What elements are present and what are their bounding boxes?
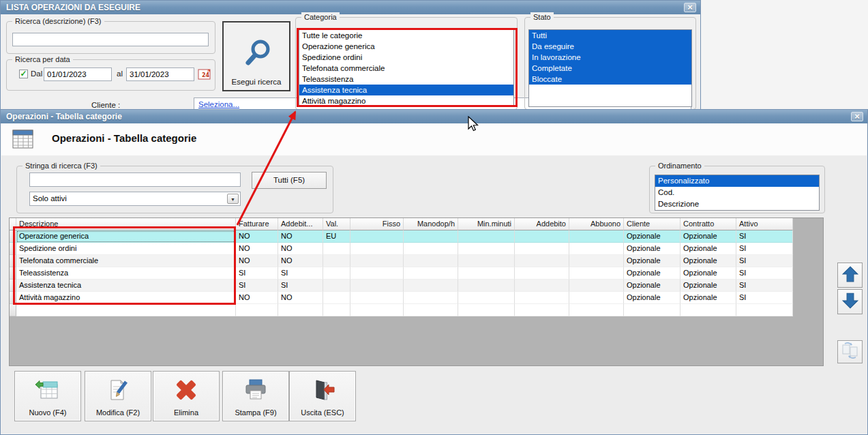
- move-up-button[interactable]: [837, 262, 863, 288]
- stato-listbox[interactable]: TuttiDa eseguireIn lavorazioneCompletate…: [528, 29, 692, 107]
- column-header-val[interactable]: Val.: [323, 218, 350, 230]
- column-header-fatturare[interactable]: Fatturare: [236, 218, 278, 230]
- column-header-addebit[interactable]: Addebit...: [278, 218, 323, 230]
- column-header-descrizione[interactable]: Descrizione: [16, 218, 236, 230]
- list-item[interactable]: Descrizione: [655, 198, 819, 210]
- table-row[interactable]: Assistenza tecnicaSISIOpzionaleOpzionale…: [10, 280, 793, 292]
- row-selector[interactable]: [10, 292, 16, 304]
- list-item[interactable]: Completate: [529, 63, 691, 74]
- chevron-down-icon[interactable]: [227, 194, 239, 204]
- list-item[interactable]: Tutti: [529, 30, 691, 41]
- print-icon: [223, 372, 288, 408]
- column-header-contratto[interactable]: Contratto: [680, 218, 736, 230]
- row-selector[interactable]: [10, 267, 16, 280]
- column-header-attivo[interactable]: Attivo: [736, 218, 793, 230]
- ordinamento-listbox[interactable]: PersonalizzatoCod.Descrizione: [655, 175, 820, 211]
- categoria-label: Categoria: [301, 12, 340, 22]
- list-item[interactable]: Spedizione ordini: [299, 52, 513, 63]
- table-cell-addebito: [515, 243, 569, 255]
- table-row[interactable]: Operazione genericaNONOEUOpzionaleOpzion…: [10, 230, 793, 243]
- table-row[interactable]: Telefonata commercialeNONOOpzionaleOpzio…: [10, 255, 793, 267]
- ricerca-descrizione-input[interactable]: [12, 33, 209, 46]
- table-cell-abbuono: [569, 230, 624, 243]
- row-selector[interactable]: [10, 255, 16, 267]
- list-item[interactable]: Tutte le categorie: [299, 30, 513, 41]
- column-header-fisso[interactable]: Fisso: [350, 218, 404, 230]
- date-to-input[interactable]: [126, 68, 194, 81]
- table-cell-cliente: [624, 304, 680, 316]
- table-cell-fatturare: SI: [236, 280, 278, 292]
- row-selector[interactable]: [10, 280, 16, 292]
- uscita-button[interactable]: Uscita (ESC): [289, 371, 356, 421]
- table-cell-manodoph: [404, 243, 458, 255]
- table-cell-val: [323, 243, 350, 255]
- table-cell-contratto: Opzionale: [680, 230, 736, 243]
- ricerca-descrizione-label: Ricerca (descrizione) (F3): [12, 16, 104, 26]
- table-cell-abbuono: [569, 267, 624, 280]
- window2-title: Operazioni - Tabella categorie: [6, 112, 122, 121]
- list-item[interactable]: Bloccate: [529, 74, 691, 85]
- window-tabella-categorie: Operazioni - Tabella categorie Operazion…: [0, 109, 868, 435]
- date-from-input[interactable]: [44, 68, 112, 81]
- cliente-seleziona-link[interactable]: Seleziona...: [198, 100, 239, 108]
- al-label: al: [117, 70, 123, 78]
- exit-icon: [290, 372, 355, 408]
- tutti-button[interactable]: Tutti (F5): [252, 172, 327, 189]
- list-item[interactable]: In lavorazione: [529, 52, 691, 63]
- table-cell-fisso: [350, 267, 404, 280]
- list-item[interactable]: Operazione generica: [299, 41, 513, 52]
- svg-text:24: 24: [202, 72, 210, 78]
- table-cell-fatturare: SI: [236, 267, 278, 280]
- table-cell-contratto: Opzionale: [680, 292, 736, 304]
- column-header-abbuono[interactable]: Abbuono: [569, 218, 624, 230]
- list-item[interactable]: Telefonata commerciale: [299, 63, 513, 74]
- window2-close-icon[interactable]: [851, 112, 863, 121]
- table-cell-attivo: SI: [736, 267, 793, 280]
- list-item[interactable]: Attività magazzino: [299, 95, 513, 106]
- table-row[interactable]: Attività magazzinoNONOOpzionaleOpzionale…: [10, 292, 793, 304]
- categoria-listbox[interactable]: Tutte le categorieOperazione genericaSpe…: [299, 29, 514, 107]
- stringa-ricerca-input[interactable]: [29, 172, 241, 187]
- table-row[interactable]: Spedizione ordiniNONOOpzionaleOpzionaleS…: [10, 243, 793, 255]
- table-cell-descrizione: Assistenza tecnica: [16, 280, 236, 292]
- move-down-button[interactable]: [837, 289, 863, 314]
- row-selector[interactable]: [10, 230, 16, 243]
- stampa-button[interactable]: Stampa (F9): [222, 371, 289, 421]
- column-header-addebito[interactable]: Addebito: [515, 218, 569, 230]
- window1-title: LISTA OPERAZIONI DA ESEGUIRE: [6, 3, 140, 12]
- row-selector[interactable]: [10, 304, 16, 316]
- list-item[interactable]: Cod.: [655, 187, 819, 198]
- arrow-down-icon: [841, 292, 859, 312]
- column-header-cliente[interactable]: Cliente: [624, 218, 680, 230]
- list-item[interactable]: Teleassistenza: [299, 74, 513, 85]
- table-cell-minminuti: [458, 243, 515, 255]
- table-cell-addebit: [278, 304, 323, 316]
- table-cell-val: EU: [323, 230, 350, 243]
- esegui-ricerca-button[interactable]: Esegui ricerca: [222, 21, 290, 91]
- list-item[interactable]: Assistenza tecnica: [299, 85, 513, 95]
- table-cell-fatturare: [236, 304, 278, 316]
- delete-icon: [153, 372, 219, 408]
- uscita-label: Uscita (ESC): [301, 408, 344, 417]
- table-cell-abbuono: [569, 280, 624, 292]
- column-header-minminuti[interactable]: Min.minuti: [458, 218, 515, 230]
- table-row[interactable]: TeleassistenzaSISIOpzionaleOpzionaleSI: [10, 267, 793, 280]
- elimina-label: Elimina: [174, 408, 198, 417]
- window1-titlebar[interactable]: LISTA OPERAZIONI DA ESEGUIRE: [1, 1, 700, 14]
- solo-attivi-combobox[interactable]: Solo attivi: [29, 192, 241, 206]
- table-cell-minminuti: [458, 292, 515, 304]
- window1-close-icon[interactable]: [684, 3, 696, 12]
- table-cell-contratto: Opzionale: [680, 255, 736, 267]
- list-item[interactable]: Da eseguire: [529, 41, 691, 52]
- table-cell-fatturare: NO: [236, 243, 278, 255]
- window2-titlebar[interactable]: Operazioni - Tabella categorie: [1, 110, 867, 123]
- dal-checkbox[interactable]: [19, 70, 28, 78]
- column-header-manodoph[interactable]: Manodop/h: [404, 218, 458, 230]
- elimina-button[interactable]: Elimina: [153, 371, 220, 421]
- duplicate-button[interactable]: [837, 340, 863, 363]
- row-selector[interactable]: [10, 243, 16, 255]
- nuovo-button[interactable]: Nuovo (F4): [14, 371, 81, 421]
- list-item[interactable]: Personalizzato: [655, 175, 819, 187]
- calendar-icon[interactable]: 24: [198, 68, 211, 82]
- modifica-button[interactable]: Modifica (F2): [85, 371, 151, 421]
